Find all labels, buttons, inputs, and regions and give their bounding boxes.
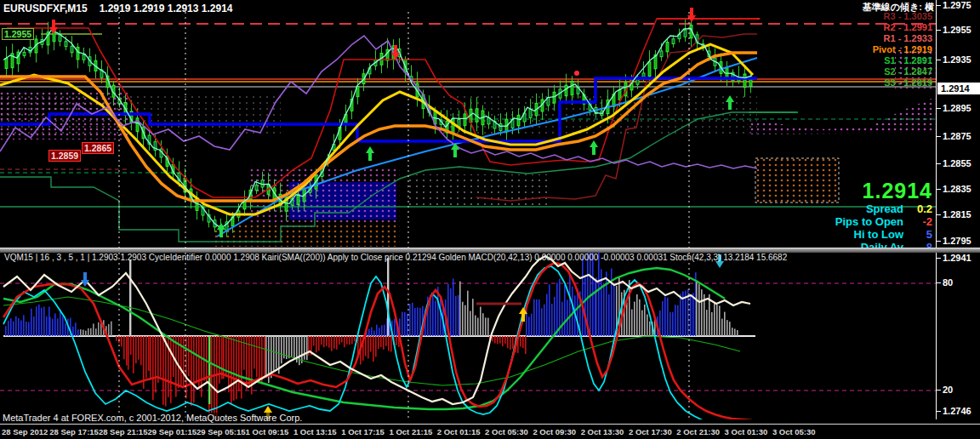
price-tick: 1.2855 bbox=[943, 158, 971, 168]
chart-title: EURUSDFXF,M151.2919 1.2919 1.2913 1.2914 bbox=[3, 3, 233, 14]
quote-stat-value: 8 bbox=[903, 241, 932, 248]
indicator-header: VQM15 | 16 , 3 , 5 , 1 | 1.2903 1.2903 C… bbox=[4, 253, 787, 262]
time-tick-label: 1 Oct 09:15 bbox=[246, 427, 293, 439]
price-tick: 1.2875 bbox=[943, 131, 971, 141]
time-tick-label: 1 Oct 21:15 bbox=[390, 427, 437, 439]
time-axis[interactable]: 28 Sep 201228 Sep 17:1528 Sep 21:1529 Se… bbox=[2, 427, 937, 439]
pivot-levels-list: R3 - 1.3035R2 - 1.2991R1 - 1.2933Pivot -… bbox=[749, 11, 932, 88]
main-chart-panel[interactable]: EURUSDFXF,M151.2919 1.2919 1.2913 1.2914… bbox=[0, 0, 936, 248]
quote-stat-row: Daily Av 8 bbox=[791, 241, 932, 248]
time-tick-label: 29 Sep 05:15 bbox=[197, 427, 246, 439]
indicator-tick: 1.2746 bbox=[943, 406, 971, 416]
symbol-period-label: EURUSDFXF,M15 bbox=[3, 3, 88, 14]
pivot-level-row: S2 - 1.2847 bbox=[749, 66, 932, 77]
quote-stat-row: Hi to Low 5 bbox=[791, 228, 932, 241]
pivot-level-row: S1 - 1.2891 bbox=[749, 55, 932, 66]
pivot-level-row: R3 - 1.3035 bbox=[749, 11, 932, 22]
quote-stat-label: Hi to Low bbox=[854, 228, 904, 241]
current-price-display: 1.2914 bbox=[791, 180, 932, 202]
time-tick-label: 2 Oct 13:30 bbox=[581, 427, 629, 439]
ohlc-values: 1.2919 1.2919 1.2913 1.2914 bbox=[100, 3, 233, 14]
quote-stat-row: Pips to Open -2 bbox=[791, 215, 932, 228]
time-axis-separator bbox=[0, 424, 980, 425]
quote-info-panel: 1.2914 Spread 0.2 Pips to Open -2 Hi to … bbox=[791, 180, 932, 248]
signal-dot bbox=[574, 71, 579, 76]
mt4-window: EURUSDFXF,M151.2919 1.2919 1.2913 1.2914… bbox=[0, 0, 980, 439]
time-tick-label: 2 Oct 01:15 bbox=[437, 427, 485, 439]
time-tick-label: 1 Oct 17:15 bbox=[341, 427, 389, 439]
copyright-text: MetaTrader 4 at FOREX.com, c 2001-2012, … bbox=[3, 413, 302, 423]
time-tick-label: 1 Oct 13:15 bbox=[293, 427, 341, 439]
quote-stat-label: Spread bbox=[866, 202, 903, 215]
main-price-scale[interactable]: 1.29751.29551.29351.28951.28751.28551.28… bbox=[936, 0, 980, 248]
time-tick-label: 28 Sep 2012 bbox=[2, 427, 49, 439]
sell-arrow bbox=[687, 8, 696, 22]
indicator-canvas bbox=[0, 253, 936, 419]
time-tick-label: 2 Oct 09:30 bbox=[533, 427, 580, 439]
price-flag: 1.2955 bbox=[2, 28, 34, 40]
pivot-level-row: S3 - 1.2819 bbox=[749, 77, 932, 88]
quote-stat-value: 5 bbox=[903, 228, 932, 241]
price-tick: 1.2935 bbox=[943, 54, 971, 65]
price-tick: 1.2975 bbox=[943, 0, 971, 10]
indicator-tick: 80 bbox=[943, 277, 953, 288]
indicator-tick: 20 bbox=[943, 385, 953, 395]
indicator-scale[interactable]: 1.294180201.2746 bbox=[936, 253, 980, 419]
time-tick-label: 29 Sep 01:15 bbox=[147, 427, 197, 439]
quote-stat-label: Daily Av bbox=[861, 241, 903, 248]
time-tick-label: 2 Oct 21:30 bbox=[676, 427, 724, 439]
pivot-level-row: R2 - 1.2991 bbox=[749, 22, 932, 33]
price-tick: 1.2795 bbox=[943, 236, 971, 246]
time-tick-label: 2 Oct 05:30 bbox=[485, 427, 533, 439]
quote-stat-row: Spread 0.2 bbox=[791, 202, 932, 215]
time-tick-label: 28 Sep 21:15 bbox=[99, 427, 148, 439]
current-price-tag: 1.2914 bbox=[937, 83, 980, 94]
price-tick: 1.2895 bbox=[943, 103, 971, 113]
price-tick: 1.2835 bbox=[943, 184, 971, 194]
time-tick-label: 3 Oct 01:30 bbox=[725, 427, 772, 439]
buy-arrow bbox=[590, 140, 598, 155]
indicator-tick: 1.2941 bbox=[943, 253, 971, 263]
quote-stat-label: Pips to Open bbox=[835, 215, 903, 228]
pivot-level-row: R1 - 1.2933 bbox=[749, 33, 932, 44]
price-flag: 1.2859 bbox=[48, 150, 81, 162]
time-tick-label: 3 Oct 05:30 bbox=[772, 427, 820, 439]
price-tick: 1.2955 bbox=[943, 25, 971, 35]
time-tick-label: 2 Oct 17:30 bbox=[629, 427, 676, 439]
price-tick: 1.2815 bbox=[943, 209, 971, 220]
pivot-level-row: Pivot - 1.2919 bbox=[749, 44, 932, 55]
quote-stat-value: -2 bbox=[903, 215, 932, 228]
buy-arrow bbox=[366, 146, 374, 161]
indicator-panel[interactable]: VQM15 | 16 , 3 , 5 , 1 | 1.2903 1.2903 C… bbox=[0, 253, 936, 419]
quote-stat-value: 0.2 bbox=[903, 202, 932, 215]
price-flag: 1.2865 bbox=[82, 142, 114, 154]
time-tick-label: 28 Sep 17:15 bbox=[49, 427, 99, 439]
